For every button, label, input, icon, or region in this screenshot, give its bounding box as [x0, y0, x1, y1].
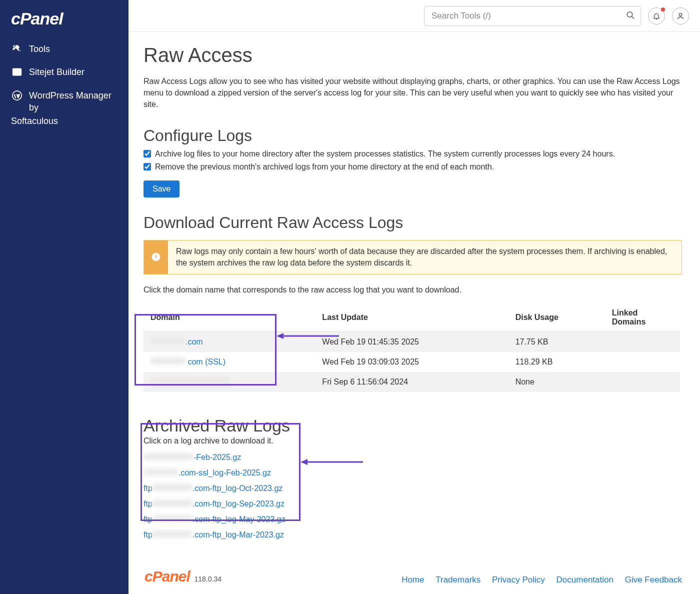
save-button[interactable]: Save — [144, 180, 180, 198]
remove-old-logs-checkbox[interactable] — [144, 163, 151, 170]
archive-link[interactable]: ftp.com-ftp_log-Oct-2023.gz — [144, 480, 682, 496]
footer-link-privacy[interactable]: Privacy Policy — [492, 575, 545, 584]
remove-old-logs-option[interactable]: Remove the previous month's archived log… — [144, 161, 682, 174]
domain-link[interactable]: com (SSL) — [150, 358, 226, 366]
cell-disk: None — [508, 372, 605, 392]
sidebar-item-label: WordPress Manager by — [29, 90, 118, 114]
search-wrap — [424, 6, 641, 26]
archive-link[interactable]: ftp.com-ftp_log-Sep-2023.gz — [144, 496, 682, 512]
archive-link[interactable]: ftp.com-ftp_log-Mar-2023.gz — [144, 527, 682, 542]
archived-heading: Archived Raw Logs — [144, 416, 682, 436]
topbar — [128, 0, 700, 32]
svg-point-3 — [627, 12, 632, 17]
main-panel: Raw Access Raw Access Logs allow you to … — [128, 0, 700, 594]
logo: cPanel — [0, 4, 128, 38]
cell-update: Wed Feb 19 01:45:35 2025 — [315, 332, 508, 352]
svg-point-5 — [679, 13, 682, 16]
footer-brand: cPanel 118.0.34 — [144, 568, 222, 585]
svg-rect-8 — [156, 259, 156, 260]
footer-links: Home Trademarks Privacy Policy Documenta… — [392, 575, 682, 585]
svg-rect-0 — [13, 69, 22, 76]
footer: cPanel 118.0.34 Home Trademarks Privacy … — [128, 565, 700, 594]
notification-dot-icon — [661, 8, 665, 12]
svg-line-4 — [632, 16, 634, 18]
sidebar-item-label: Tools — [29, 43, 50, 55]
footer-version: 118.0.34 — [194, 575, 222, 583]
sidebar-item-wordpress-tail: Softaculous — [0, 115, 128, 127]
footer-link-trademarks[interactable]: Trademarks — [436, 575, 480, 584]
alert-text: Raw logs may only contain a few hours' w… — [168, 240, 682, 274]
user-menu-button[interactable] — [672, 8, 689, 24]
footer-link-docs[interactable]: Documentation — [556, 575, 614, 584]
page-title: Raw Access — [144, 44, 682, 66]
sidebar: cPanel Tools Sitejet Builder WordPress M… — [0, 0, 128, 594]
cell-update: Wed Feb 19 03:09:03 2025 — [315, 352, 508, 372]
info-alert: Raw logs may only contain a few hours' w… — [144, 240, 682, 274]
sidebar-item-sitejet[interactable]: Sitejet Builder — [0, 60, 128, 84]
configure-heading: Configure Logs — [144, 126, 682, 145]
remove-old-logs-label: Remove the previous month's archived log… — [155, 161, 494, 174]
col-linked: Linked Domains — [605, 304, 680, 332]
domain-link[interactable]: .com — [150, 338, 203, 346]
wordpress-icon — [11, 90, 23, 100]
table-row: .com Wed Feb 19 01:45:35 2025 17.75 KB — [144, 332, 680, 352]
sitejet-icon — [11, 67, 23, 77]
download-instruction: Click the domain name that corresponds t… — [144, 286, 682, 294]
search-input[interactable] — [424, 6, 641, 26]
archive-logs-label: Archive log files to your home directory… — [155, 148, 615, 160]
brand-logo: cPanel — [11, 9, 63, 28]
cell-disk: 118.29 KB — [508, 352, 605, 372]
tools-icon — [11, 44, 23, 54]
cell-update: Fri Sep 6 11:56:04 2024 — [315, 372, 508, 392]
cell-disk: 17.75 KB — [508, 332, 605, 352]
sidebar-item-tools[interactable]: Tools — [0, 38, 128, 60]
page-intro: Raw Access Logs allow you to see who has… — [144, 76, 682, 110]
sidebar-item-wordpress[interactable]: WordPress Manager by — [0, 84, 128, 120]
table-row: com (SSL) Wed Feb 19 03:09:03 2025 118.2… — [144, 352, 680, 372]
content: Raw Access Raw Access Logs allow you to … — [128, 32, 700, 565]
archive-link[interactable]: .com-ssl_log-Feb-2025.gz — [144, 465, 682, 480]
download-heading: Download Current Raw Access Logs — [144, 214, 682, 232]
table-row: Fri Sep 6 11:56:04 2024 None — [144, 372, 680, 392]
alert-icon — [144, 240, 168, 274]
col-domain: Domain — [144, 304, 315, 332]
svg-rect-7 — [156, 254, 156, 258]
footer-link-home[interactable]: Home — [402, 575, 424, 584]
col-update: Last Update — [315, 304, 508, 332]
archive-list: -Feb-2025.gz .com-ssl_log-Feb-2025.gz ft… — [144, 450, 682, 543]
col-disk: Disk Usage — [508, 304, 605, 332]
archive-link[interactable]: ftp.com-ftp_log-May-2023.gz — [144, 512, 682, 527]
footer-logo: cPanel — [144, 568, 190, 584]
logs-table: Domain Last Update Disk Usage Linked Dom… — [144, 304, 680, 392]
archive-logs-option[interactable]: Archive log files to your home directory… — [144, 148, 682, 160]
notifications-button[interactable] — [648, 8, 665, 24]
archived-sub: Click on a log archive to download it. — [144, 436, 682, 446]
footer-link-feedback[interactable]: Give Feedback — [625, 575, 682, 584]
archive-link[interactable]: -Feb-2025.gz — [144, 450, 682, 465]
archive-logs-checkbox[interactable] — [144, 150, 151, 158]
sidebar-item-label: Sitejet Builder — [29, 66, 84, 78]
search-icon[interactable] — [626, 10, 635, 21]
